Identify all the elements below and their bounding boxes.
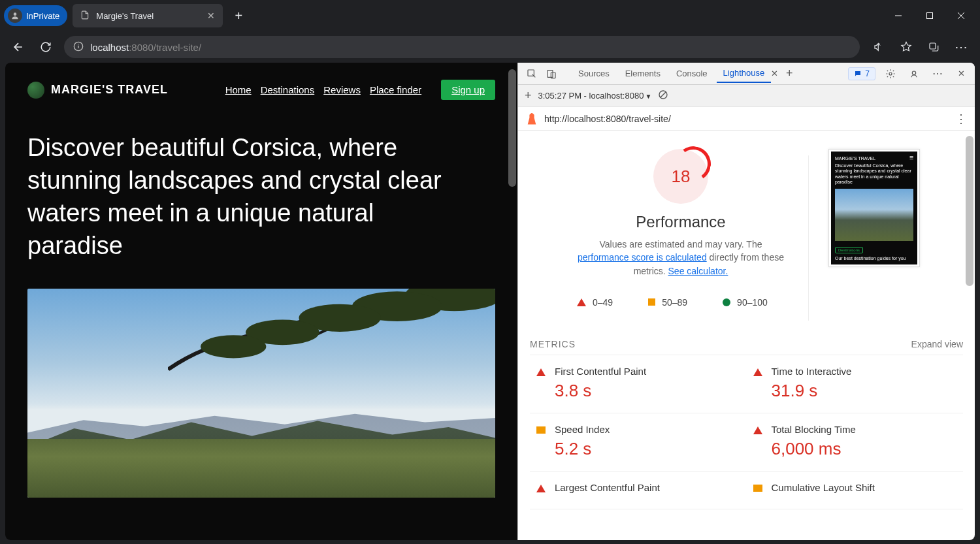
devtools-settings-icon[interactable]	[882, 65, 899, 82]
tab-page-icon	[80, 10, 90, 22]
site-nav: Home Destinations Reviews Place finder	[225, 84, 421, 95]
tab-elements[interactable]: Elements	[619, 65, 667, 82]
tree-branch-decoration	[168, 289, 495, 398]
metric-si: Speed Index5.2 s	[530, 413, 747, 472]
window-minimize-button[interactable]	[883, 5, 913, 26]
nav-placefinder[interactable]: Place finder	[370, 84, 421, 95]
browser-titlebar: InPrivate Margie's Travel ✕ +	[0, 0, 980, 31]
tab-console[interactable]: Console	[670, 65, 714, 82]
collections-icon[interactable]	[924, 37, 943, 57]
rating-red-icon	[753, 368, 762, 376]
score-value: 18	[672, 167, 691, 187]
url-text: localhost:8080/travel-site/	[90, 42, 201, 53]
site-header: MARGIE'S TRAVEL Home Destinations Review…	[5, 63, 517, 112]
device-toolbar-icon[interactable]	[543, 65, 560, 82]
svg-point-19	[912, 71, 915, 74]
window-controls	[883, 5, 976, 26]
content-area: MARGIE'S TRAVEL Home Destinations Review…	[5, 63, 975, 540]
tab-close-icon[interactable]: ✕	[207, 10, 215, 21]
performance-score-block: 18 Performance Values are estimated and …	[573, 149, 789, 321]
feedback-icon[interactable]	[906, 65, 923, 82]
devtools-close-icon[interactable]: ✕	[953, 65, 970, 82]
profile-avatar-icon	[8, 8, 22, 23]
refresh-button[interactable]	[37, 38, 55, 56]
site-info-icon[interactable]	[73, 41, 84, 54]
lighthouse-subbar: + 3:05:27 PM - localhost:8080▼	[518, 85, 975, 107]
page-scrollbar[interactable]	[508, 69, 516, 187]
link-score-calculated[interactable]: performance score is calculated	[578, 252, 707, 263]
page-viewport: MARGIE'S TRAVEL Home Destinations Review…	[5, 63, 517, 540]
report-url: http://localhost:8080/travel-site/	[544, 114, 671, 124]
svg-point-0	[14, 12, 17, 16]
legend-green-icon	[723, 298, 730, 306]
back-button[interactable]	[9, 38, 27, 56]
new-report-icon[interactable]: +	[525, 89, 532, 103]
svg-rect-2	[927, 13, 933, 19]
tab-title: Margie's Travel	[96, 11, 154, 21]
issues-badge[interactable]: 7	[848, 67, 875, 80]
clear-icon[interactable]	[658, 89, 668, 102]
score-legend: 0–49 50–89 90–100	[577, 297, 789, 308]
url-path: /travel-site/	[154, 42, 201, 53]
more-tabs-button[interactable]: +	[781, 65, 798, 82]
rating-orange-icon	[536, 426, 546, 434]
inspect-element-icon[interactable]	[523, 65, 540, 82]
lighthouse-icon	[526, 113, 538, 125]
hero-image	[27, 289, 495, 498]
svg-point-14	[201, 335, 266, 358]
thumb-hero-image	[835, 189, 913, 241]
svg-point-18	[889, 72, 892, 75]
report-dropdown[interactable]: 3:05:27 PM - localhost:8080▼	[538, 91, 652, 101]
metrics-grid: First Contentful Paint3.8 s Time to Inte…	[530, 355, 963, 509]
window-close-button[interactable]	[946, 5, 976, 26]
lighthouse-body: 18 Performance Values are estimated and …	[518, 131, 975, 540]
tab-sources[interactable]: Sources	[572, 65, 616, 82]
metrics-header: METRICS Expand view	[530, 339, 963, 349]
address-bar[interactable]: localhost:8080/travel-site/	[64, 36, 860, 58]
legend-orange-icon	[648, 298, 655, 306]
metric-tti: Time to Interactive31.9 s	[747, 355, 964, 413]
report-time-label: 3:05:27 PM - localhost:8080	[538, 91, 644, 101]
window-maximize-button[interactable]	[915, 5, 945, 26]
devtools-scrollbar[interactable]	[966, 136, 973, 286]
lighthouse-url-row: http://localhost:8080/travel-site/ ⋮	[518, 107, 975, 131]
svg-text:A: A	[878, 42, 881, 46]
score-title: Performance	[573, 213, 789, 231]
signup-button[interactable]: Sign up	[441, 80, 495, 100]
rating-red-icon	[753, 426, 762, 434]
report-menu-icon[interactable]: ⋮	[955, 112, 967, 126]
browser-tab[interactable]: Margie's Travel ✕	[73, 4, 223, 27]
favorites-icon[interactable]	[896, 37, 916, 57]
toolbar-right-icons: A ⋯	[869, 37, 971, 57]
metric-cls: Cumulative Layout Shift	[747, 472, 964, 509]
site-brand: MARGIE'S TRAVEL	[51, 83, 168, 97]
devtools-tabbar: Sources Elements Console Lighthouse ✕ + …	[518, 63, 975, 85]
new-tab-button[interactable]: +	[229, 7, 248, 25]
devtools-more-icon[interactable]: ⋯	[929, 65, 946, 82]
settings-more-icon[interactable]: ⋯	[951, 37, 971, 57]
svg-point-7	[78, 44, 78, 44]
nav-home[interactable]: Home	[225, 84, 252, 95]
svg-line-21	[661, 92, 666, 97]
tab-lighthouse-close-icon[interactable]: ✕	[771, 69, 778, 78]
read-aloud-icon[interactable]: A	[869, 37, 889, 57]
thumb-footer: Our best destination guides for you	[835, 256, 913, 261]
site-logo[interactable]: MARGIE'S TRAVEL	[27, 82, 168, 99]
link-see-calculator[interactable]: See calculator.	[668, 266, 728, 276]
svg-rect-16	[547, 70, 553, 77]
url-port: :8080	[129, 42, 154, 53]
expand-view-link[interactable]: Expand view	[911, 339, 963, 349]
metrics-title: METRICS	[530, 339, 576, 349]
inprivate-label: InPrivate	[26, 11, 59, 21]
rating-orange-icon	[753, 485, 762, 492]
score-gauge: 18	[653, 149, 708, 204]
tab-lighthouse[interactable]: Lighthouse	[717, 64, 772, 83]
report-thumbnail: MARGIE'S TRAVEL ☰ Discover beautiful Cor…	[828, 149, 920, 267]
inprivate-badge[interactable]: InPrivate	[4, 5, 67, 26]
issues-count: 7	[865, 69, 870, 78]
browser-toolbar: localhost:8080/travel-site/ A ⋯	[0, 31, 980, 63]
nav-destinations[interactable]: Destinations	[261, 84, 315, 95]
thumb-hamburger-icon: ☰	[909, 155, 913, 161]
thumb-brand: MARGIE'S TRAVEL	[835, 156, 875, 161]
nav-reviews[interactable]: Reviews	[323, 84, 361, 95]
